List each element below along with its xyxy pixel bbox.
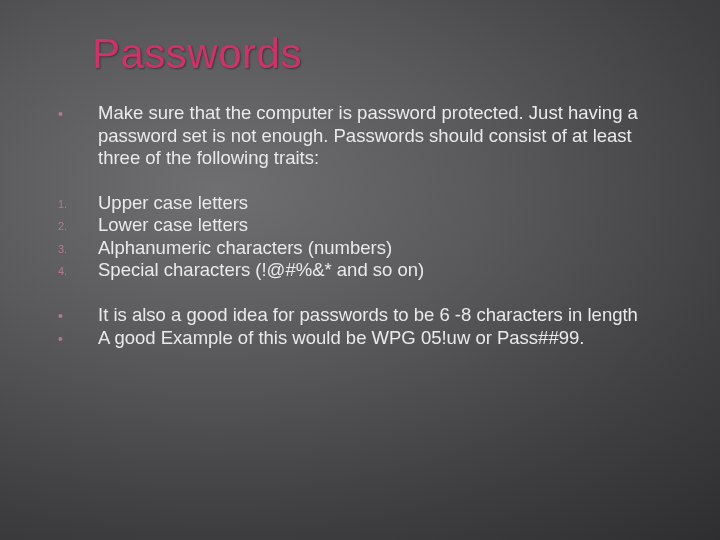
trait-marker-1: 1. [56, 192, 98, 210]
trait-row-2: 2. Lower case letters [56, 214, 670, 237]
bullet-icon: • [56, 304, 98, 324]
trait-text-2: Lower case letters [98, 214, 670, 237]
slide-body: • Make sure that the computer is passwor… [56, 102, 670, 349]
trait-text-1: Upper case letters [98, 192, 670, 215]
bullet-icon: • [56, 327, 98, 347]
trait-row-4: 4. Special characters (!@#%&* and so on) [56, 259, 670, 282]
slide-title: Passwords [92, 30, 670, 78]
slide: Passwords • Make sure that the computer … [0, 0, 720, 540]
intro-text: Make sure that the computer is password … [98, 102, 670, 170]
note-row-2: • A good Example of this would be WPG 05… [56, 327, 670, 350]
note-row-1: • It is also a good idea for passwords t… [56, 304, 670, 327]
note-text-2: A good Example of this would be WPG 05!u… [98, 327, 670, 350]
intro-row: • Make sure that the computer is passwor… [56, 102, 670, 170]
trait-text-3: Alphanumeric characters (numbers) [98, 237, 670, 260]
trait-row-3: 3. Alphanumeric characters (numbers) [56, 237, 670, 260]
trait-marker-3: 3. [56, 237, 98, 255]
note-text-1: It is also a good idea for passwords to … [98, 304, 670, 327]
trait-marker-2: 2. [56, 214, 98, 232]
trait-marker-4: 4. [56, 259, 98, 277]
bullet-icon: • [56, 102, 98, 122]
trait-row-1: 1. Upper case letters [56, 192, 670, 215]
trait-text-4: Special characters (!@#%&* and so on) [98, 259, 670, 282]
